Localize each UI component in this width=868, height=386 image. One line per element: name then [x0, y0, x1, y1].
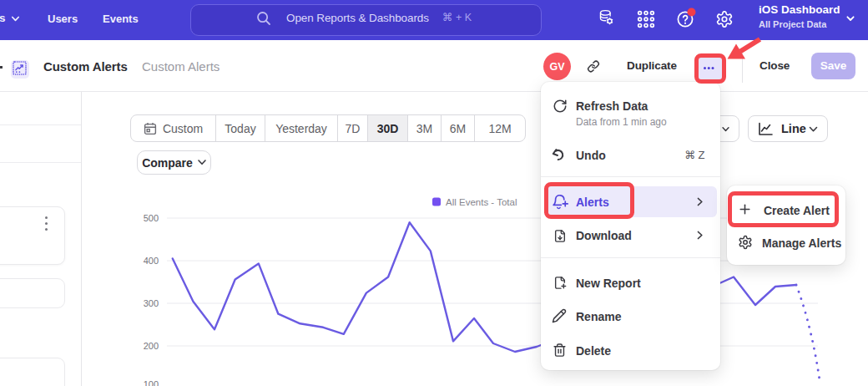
svg-text:200: 200: [144, 341, 159, 351]
svg-text:400: 400: [144, 256, 159, 266]
svg-text:100: 100: [144, 379, 159, 386]
svg-text:500: 500: [144, 213, 159, 223]
svg-text:300: 300: [144, 298, 159, 308]
svg-text:All Events - Total: All Events - Total: [446, 197, 517, 207]
